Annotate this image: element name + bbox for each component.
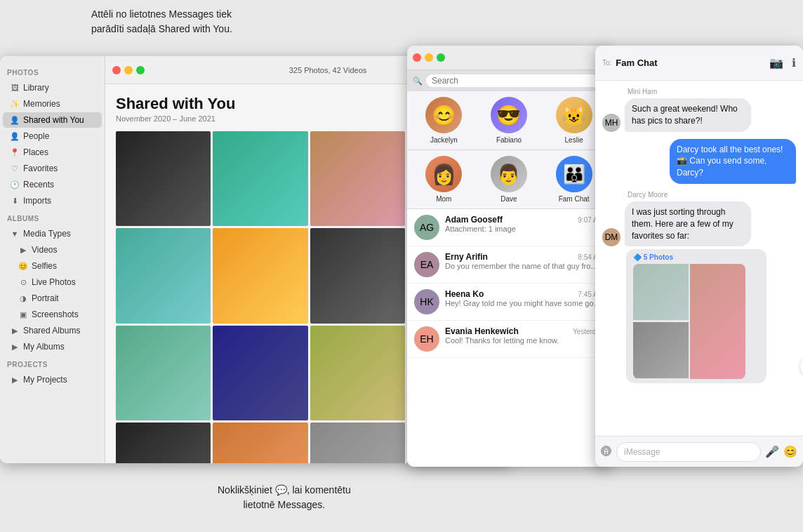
sidebar-item-shared-albums[interactable]: ▶ Shared Albums <box>3 323 102 338</box>
photos-attachment[interactable]: 🔷 5 Photos <box>626 249 766 383</box>
conversation-heena[interactable]: HK Heena Ko 7:45 AM Hey! Gray told me yo… <box>407 284 611 321</box>
sidebar-item-portrait[interactable]: ◑ Portrait <box>3 291 102 306</box>
photo-cell[interactable] <box>213 228 307 323</box>
search-input[interactable] <box>426 74 605 87</box>
contact-dave[interactable]: 👨 Dave <box>491 156 527 203</box>
sidebar-item-my-albums[interactable]: ▶ My Albums <box>3 339 102 354</box>
conversation-list: AG Adam Gooseff 9:07 AM Attachment: 1 im… <box>407 209 611 467</box>
photo-cell[interactable] <box>310 423 405 463</box>
apps-icon[interactable]: 🅐 <box>601 446 612 458</box>
conversation-adam[interactable]: AG Adam Gooseff 9:07 AM Attachment: 1 im… <box>407 209 611 246</box>
sidebar-item-people[interactable]: 👤 People <box>3 128 102 144</box>
contact-leslie[interactable]: 😺 Leslie <box>556 97 592 144</box>
photos-sidebar: Photos 🖼 Library ✨ Memories 👤 Shared wit… <box>0 56 105 463</box>
avatar-fam-chat: 👪 <box>556 156 592 192</box>
message-input[interactable]: iMessage <box>616 442 761 462</box>
search-icon: 🔍 <box>413 77 423 86</box>
conv-content-erny: Erny Arifin 8:54 AM Do you remember the … <box>445 252 604 270</box>
avatar-heena: HK <box>414 289 439 314</box>
avatar-erny: EA <box>414 252 439 277</box>
annotation-bottom: Noklikšķiniet 💬, lai komentētu lietotnē … <box>218 483 351 512</box>
photos-label: 🔷 5 Photos <box>633 253 759 261</box>
contact-fabiano[interactable]: 😎 Fabiano <box>491 97 527 144</box>
photo-cell[interactable] <box>310 228 405 323</box>
contact-name-leslie: Leslie <box>565 136 583 144</box>
contacts-row-2: 👩 Mom 👨 Dave 👪 Fam Chat <box>407 150 611 209</box>
messages-minimize-button[interactable] <box>425 53 433 62</box>
contacts-row: 😊 Jackelyn 😎 Fabiano 😺 Leslie <box>407 91 611 150</box>
shared-with-you-icon: 👤 <box>10 115 20 125</box>
chat-window: To: Fam Chat 📷 ℹ Mini Ham MH Such a grea… <box>595 46 803 467</box>
avatar-mini-ham: MH <box>602 114 620 132</box>
videos-icon: ▶ <box>18 245 28 255</box>
close-button[interactable] <box>112 66 121 74</box>
dictation-icon[interactable]: 🎤 <box>765 445 779 458</box>
sidebar-section-projects: Projects <box>0 355 105 371</box>
portrait-icon: ◑ <box>18 293 28 303</box>
maximize-button[interactable] <box>136 66 145 74</box>
sidebar-item-media-types[interactable]: ▼ Media Types <box>3 226 102 241</box>
sidebar-item-recents[interactable]: 🕐 Recents <box>3 177 102 192</box>
sidebar-item-favorites[interactable]: ♡ Favorites <box>3 161 102 176</box>
imports-icon: ⬇ <box>10 196 20 206</box>
selfies-icon: 😊 <box>18 261 28 271</box>
message-placeholder: iMessage <box>624 447 660 457</box>
photo-cell[interactable] <box>116 326 211 420</box>
photo-attachment-grid <box>633 264 745 379</box>
avatar-adam: AG <box>414 215 439 240</box>
contact-name-jackelyn: Jackelyn <box>430 136 458 144</box>
sidebar-item-live-photos[interactable]: ⊙ Live Photos <box>3 274 102 290</box>
contact-fam-chat[interactable]: 👪 Fam Chat <box>556 156 592 203</box>
conversation-evania[interactable]: EH Evania Henkewich Yesterday Cool! Than… <box>407 321 611 358</box>
photo-cell[interactable] <box>116 423 211 463</box>
contact-jackelyn[interactable]: 😊 Jackelyn <box>425 97 462 144</box>
sidebar-item-shared-with-you[interactable]: 👤 Shared with You <box>3 112 102 128</box>
photo-cell[interactable] <box>310 326 405 420</box>
message-group-darcy: Darcy Moore DM I was just sorting throug… <box>602 191 796 383</box>
sidebar-section-albums: Albums <box>0 209 105 225</box>
favorites-icon: ♡ <box>10 164 20 173</box>
message-row-mini-ham: MH Such a great weekend! Who has pics to… <box>602 98 796 132</box>
contact-name-dave: Dave <box>500 195 517 203</box>
attach-photo-2 <box>690 264 745 379</box>
contact-mom[interactable]: 👩 Mom <box>425 156 462 203</box>
share-icon[interactable] <box>800 357 803 376</box>
bubble-outgoing: Darcy took all the best ones! 📸 Can you … <box>670 139 796 184</box>
bubble-mini-ham: Such a great weekend! Who has pics to sh… <box>625 98 751 132</box>
recents-icon: 🕐 <box>10 180 20 189</box>
minimize-button[interactable] <box>124 66 133 74</box>
avatar-evania: EH <box>414 326 439 352</box>
photo-cell[interactable] <box>213 423 307 463</box>
sidebar-item-my-projects[interactable]: ▶ My Projects <box>3 372 102 387</box>
photo-cell[interactable] <box>213 326 307 420</box>
sidebar-item-library[interactable]: 🖼 Library <box>3 80 102 95</box>
photos-attachment-container: 🔷 5 Photos <box>626 249 796 383</box>
memories-icon: ✨ <box>10 99 20 109</box>
attach-photo-1 <box>633 264 689 320</box>
emoji-icon[interactable]: 😊 <box>783 445 797 458</box>
message-row-outgoing: Darcy took all the best ones! 📸 Can you … <box>602 139 796 184</box>
sidebar-item-selfies[interactable]: 😊 Selfies <box>3 258 102 274</box>
sidebar-item-videos[interactable]: ▶ Videos <box>3 242 102 258</box>
conv-content-heena: Heena Ko 7:45 AM Hey! Gray told me you m… <box>445 289 604 307</box>
messages-maximize-button[interactable] <box>437 53 445 62</box>
sidebar-item-screenshots[interactable]: ▣ Screenshots <box>3 307 102 322</box>
avatar-mom: 👩 <box>425 156 462 192</box>
photo-cell[interactable] <box>116 131 211 226</box>
sidebar-item-memories[interactable]: ✨ Memories <box>3 96 102 112</box>
people-icon: 👤 <box>10 131 20 141</box>
photo-cell[interactable] <box>310 131 405 226</box>
chat-titlebar: To: Fam Chat 📷 ℹ <box>595 46 803 81</box>
video-icon[interactable]: 📷 <box>769 56 783 69</box>
avatar-jackelyn: 😊 <box>425 97 462 133</box>
live-photos-icon: ⊙ <box>18 277 28 287</box>
photo-cell[interactable] <box>213 131 307 226</box>
conversation-erny[interactable]: EA Erny Arifin 8:54 AM Do you remember t… <box>407 246 611 284</box>
message-group-outgoing: Darcy took all the best ones! 📸 Can you … <box>602 139 796 184</box>
chat-messages[interactable]: Mini Ham MH Such a great weekend! Who ha… <box>595 81 803 436</box>
sidebar-item-imports[interactable]: ⬇ Imports <box>3 193 102 208</box>
info-icon[interactable]: ℹ <box>792 56 796 69</box>
messages-close-button[interactable] <box>413 53 421 62</box>
sidebar-item-places[interactable]: 📍 Places <box>3 145 102 160</box>
photo-cell[interactable] <box>116 228 211 323</box>
